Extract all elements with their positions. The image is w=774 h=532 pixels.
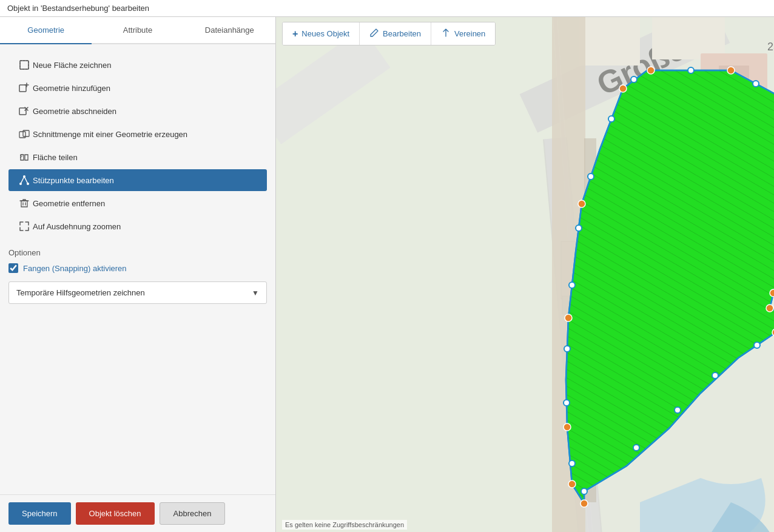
svg-point-70 [619,85,627,92]
menu-item-neue-flaeche[interactable]: Neue Fläche zeichnen [8,54,267,76]
svg-point-46 [564,400,570,406]
add-geom-icon [16,82,33,93]
menu-item-schnittmenge[interactable]: Schnittmenge mit einer Geometrie erzeuge… [8,123,267,145]
zoom-icon [16,221,33,232]
remove-icon [16,198,33,209]
menu-item-neue-flaeche-label: Neue Fläche zeichnen [33,61,111,70]
svg-point-42 [675,407,681,413]
svg-point-54 [727,67,735,74]
svg-point-32 [753,81,759,87]
map-area[interactable]: + Neues Objekt Bearbeiten Vereinen [276,17,774,532]
svg-point-7 [27,183,29,185]
svg-point-61 [766,305,773,312]
tabs: Geometrie Attribute Dateianhänge [0,17,275,44]
menu-item-ausdehnung-zoomen-label: Auf Ausdehnung zoomen [33,222,121,231]
snapping-row[interactable]: Fangen (Snapping) aktivieren [8,263,267,273]
snapping-checkbox[interactable] [8,263,18,273]
bearbeiten-label: Bearbeiten [383,29,421,38]
svg-point-53 [647,67,655,74]
svg-point-5 [23,175,25,178]
main-content: Geometrie Attribute Dateianhänge Neue Fl… [0,17,774,532]
vereinen-button[interactable]: Vereinen [431,22,495,45]
edit-icon [369,28,379,39]
snapping-label[interactable]: Fangen (Snapping) aktivieren [23,264,127,273]
split-icon [16,152,33,163]
svg-point-44 [581,488,587,494]
svg-point-31 [688,67,694,73]
cut-geom-icon [16,106,33,116]
svg-point-60 [770,289,774,297]
menu-item-geometrie-abschneiden[interactable]: Geometrie abschneiden [8,100,267,122]
bearbeiten-button[interactable]: Bearbeiten [360,22,431,45]
svg-point-51 [608,116,614,122]
svg-point-41 [712,372,718,379]
menu-item-geometrie-hinzufuegen-label: Geometrie hinzufügen [33,84,110,93]
neues-objekt-label: Neues Objekt [301,29,349,38]
menu-item-ausdehnung-zoomen[interactable]: Auf Ausdehnung zoomen [8,215,267,237]
svg-text:23: 23 [767,41,774,53]
svg-point-68 [565,314,572,322]
vereinen-label: Vereinen [454,29,485,38]
delete-button[interactable]: Objekt löschen [76,502,155,525]
plus-icon: + [292,29,298,39]
menu-item-flaeche-teilen-label: Fläche teilen [33,153,78,162]
svg-point-50 [588,173,594,180]
svg-point-45 [569,460,575,466]
draw-icon [16,59,33,70]
panel-body: Neue Fläche zeichnen Geometrie hinzufüge… [0,44,275,494]
chevron-down-icon: ▼ [252,289,259,297]
merge-icon [441,28,451,39]
menu-item-geometrie-entfernen-label: Geometrie entfernen [33,199,105,208]
menu-item-stuetzpunkte-label: Stützpunkte bearbeiten [33,176,114,185]
svg-point-48 [569,282,575,288]
menu-item-geometrie-entfernen[interactable]: Geometrie entfernen [8,192,267,214]
map-canvas[interactable]: Große 23 25 [276,17,774,532]
options-section: Optionen Fangen (Snapping) aktivieren Te… [8,248,267,304]
menu-item-schnittmenge-label: Schnittmenge mit einer Geometrie erzeuge… [33,130,187,139]
svg-point-49 [576,225,582,231]
top-bar: Objekt in 'Bestandserhebung' bearbeiten [0,0,774,17]
svg-point-40 [754,342,760,348]
menu-item-geometrie-hinzufuegen[interactable]: Geometrie hinzufügen [8,77,267,99]
svg-point-65 [580,500,588,507]
menu-item-stuetzpunkte[interactable]: Stützpunkte bearbeiten [8,169,267,191]
neues-objekt-button[interactable]: + Neues Objekt [283,22,360,45]
hilfsgeometrien-dropdown[interactable]: Temporäre Hilfsgeometrien zeichnen ▼ [8,281,267,304]
tab-geometrie[interactable]: Geometrie [0,17,92,44]
menu-item-geometrie-abschneiden-label: Geometrie abschneiden [33,107,116,116]
svg-point-52 [631,76,637,82]
svg-rect-1 [19,85,26,92]
tab-dateiAnhaenge[interactable]: Dateianhänge [184,17,275,44]
intersect-icon [16,129,33,140]
top-bar-title: Objekt in 'Bestandserhebung' bearbeiten [7,4,149,13]
map-toolbar: + Neues Objekt Bearbeiten Vereinen [282,22,496,45]
hilfsgeometrien-label: Temporäre Hilfsgeometrien zeichnen [16,288,145,297]
vertex-icon [16,175,33,186]
left-panel: Geometrie Attribute Dateianhänge Neue Fl… [0,17,276,532]
svg-rect-0 [20,61,29,69]
options-title: Optionen [8,248,267,257]
menu-item-flaeche-teilen[interactable]: Fläche teilen [8,146,267,168]
cancel-button[interactable]: Abbrechen [160,502,226,525]
panel-footer: Speichern Objekt löschen Abbrechen [0,494,275,532]
svg-point-6 [19,183,22,185]
svg-rect-2 [19,108,26,115]
svg-point-43 [633,445,639,451]
svg-point-69 [578,200,585,207]
tab-attribute[interactable]: Attribute [92,17,183,44]
svg-point-47 [564,346,570,352]
svg-point-67 [564,423,571,431]
svg-point-66 [568,480,576,488]
save-button[interactable]: Speichern [8,502,71,525]
map-status: Es gelten keine Zugriffsbeschränkungen [282,520,407,530]
